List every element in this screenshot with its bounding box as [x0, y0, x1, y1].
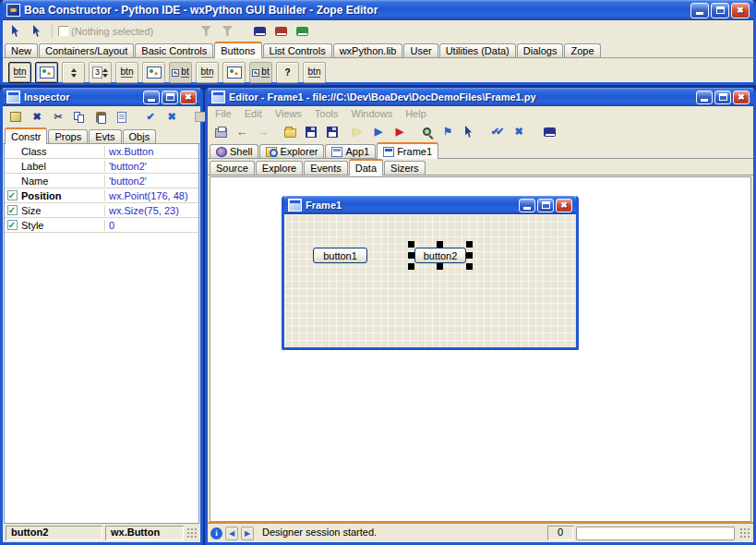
recreate-button[interactable]: [113, 108, 131, 126]
designer-grid-area[interactable]: button1 button2: [284, 214, 576, 347]
resize-grip[interactable]: [739, 527, 750, 539]
breakpoint-button[interactable]: ⚑: [438, 123, 457, 140]
selection-handle[interactable]: [466, 241, 473, 248]
prop-value[interactable]: wx.Button: [104, 146, 198, 157]
selection-handle[interactable]: [466, 263, 473, 270]
maximize-button[interactable]: [162, 91, 178, 104]
designed-button2[interactable]: button2: [414, 248, 466, 263]
selection-handle[interactable]: [408, 263, 414, 270]
prop-value[interactable]: 0: [104, 220, 198, 231]
post-view-button[interactable]: ✔✔: [488, 123, 507, 140]
minimize-button[interactable]: [519, 199, 535, 212]
prop-row-style[interactable]: ✓ Style 0: [5, 218, 198, 233]
main-titlebar[interactable]: Boa Constructor - Python IDE - wxPython …: [3, 0, 753, 20]
tab-containers-layout[interactable]: Containers/Layout: [39, 43, 134, 57]
tab-shell[interactable]: Shell: [210, 144, 258, 158]
palette-genbitmaptexttogglebutton[interactable]: bt: [249, 62, 272, 83]
close-button[interactable]: ✖: [733, 91, 750, 104]
cancel-button[interactable]: ✖: [162, 108, 181, 126]
prop-value[interactable]: 'button2': [104, 176, 198, 187]
prop-row-size[interactable]: ✓ Size wx.Size(75, 23): [5, 203, 198, 218]
palette-gentogglebutton[interactable]: btn: [196, 62, 219, 83]
select-pointer-button[interactable]: [28, 22, 46, 40]
selection-handle[interactable]: [408, 252, 414, 259]
inspect-button[interactable]: [417, 123, 436, 140]
maximize-button[interactable]: [714, 91, 731, 104]
tab-app1[interactable]: App1: [325, 144, 376, 158]
filter-button-1[interactable]: [197, 22, 215, 40]
selection-handle[interactable]: [437, 263, 443, 270]
prop-value[interactable]: wx.Point(176, 48): [104, 190, 198, 201]
minimize-button[interactable]: [143, 91, 160, 104]
menu-views[interactable]: Views: [275, 108, 302, 119]
print-button[interactable]: [211, 123, 230, 140]
palette-genbitmaptextbutton[interactable]: bt: [169, 62, 192, 83]
menu-edit[interactable]: Edit: [245, 108, 262, 119]
tab-utilities-data[interactable]: Utilities (Data): [439, 43, 516, 57]
minimize-button[interactable]: [696, 91, 713, 104]
save-as-button[interactable]: [323, 123, 342, 140]
menu-windows[interactable]: Windows: [352, 108, 393, 119]
paste-button[interactable]: [91, 108, 110, 126]
resize-grip[interactable]: [186, 527, 198, 539]
close-button[interactable]: ✖: [180, 91, 197, 104]
run-app-button[interactable]: ▶: [369, 123, 388, 140]
designer-frame-window[interactable]: Frame1 ✖ button1 button2: [282, 196, 579, 350]
menu-file[interactable]: File: [215, 108, 232, 119]
tab-objs[interactable]: Objs: [123, 129, 157, 143]
palette-wxtogglebutton[interactable]: btn: [303, 62, 326, 83]
selection-handle[interactable]: [408, 241, 414, 248]
checkbox-checked[interactable]: ✓: [7, 205, 18, 215]
tab-new[interactable]: New: [5, 43, 38, 57]
prop-row-position[interactable]: ✓ Position wx.Point(176, 48): [5, 188, 198, 203]
palette-contexthelpbutton[interactable]: ?: [276, 62, 299, 83]
palette-genbitmapbutton[interactable]: [142, 62, 165, 83]
tab-basic-controls[interactable]: Basic Controls: [135, 43, 213, 57]
maximize-button[interactable]: [537, 199, 554, 212]
prop-row-name[interactable]: Name 'button2': [5, 174, 198, 188]
filter-button-2[interactable]: [218, 22, 236, 40]
delete-item-button[interactable]: ✖: [28, 108, 46, 126]
checkbox-checked[interactable]: ✓: [7, 220, 18, 230]
help-green-button[interactable]: [293, 22, 311, 40]
tab-wxpython-lib[interactable]: wxPython.lib: [333, 43, 403, 57]
palette-genbutton[interactable]: btn: [115, 62, 138, 83]
designer-canvas[interactable]: Frame1 ✖ button1 button2: [210, 176, 751, 522]
open-button[interactable]: [281, 123, 299, 140]
designed-button1[interactable]: button1: [313, 248, 367, 263]
prop-row-label[interactable]: Label 'button2': [5, 159, 198, 174]
help-red-button[interactable]: [271, 22, 290, 40]
palette-wxspinbutton[interactable]: [62, 62, 85, 83]
tab-events[interactable]: Events: [304, 161, 348, 175]
apply-button[interactable]: ✔: [141, 108, 160, 126]
tab-source[interactable]: Source: [210, 161, 255, 175]
editor-titlebar[interactable]: Editor - Frame1 - file://C:\Dev\BoaDev\D…: [208, 88, 753, 106]
run-module-button[interactable]: ▶: [348, 123, 366, 140]
selection-handle[interactable]: [466, 252, 473, 259]
designer-titlebar[interactable]: Frame1 ✖: [284, 196, 576, 214]
tab-user[interactable]: User: [403, 43, 438, 57]
checkbox-checked[interactable]: ✓: [7, 190, 18, 200]
tab-dialogs[interactable]: Dialogs: [517, 43, 564, 57]
cut-button[interactable]: ✂: [49, 108, 67, 126]
tab-explore[interactable]: Explore: [256, 161, 303, 175]
tab-buttons[interactable]: Buttons: [214, 42, 261, 58]
tab-frame1[interactable]: Frame1: [377, 142, 438, 159]
debug-button[interactable]: ▶: [390, 123, 409, 140]
forward-button[interactable]: →: [254, 123, 272, 140]
menu-tools[interactable]: Tools: [315, 108, 339, 119]
palette-wxspinctrl[interactable]: 3: [89, 62, 112, 83]
minimize-button[interactable]: [690, 3, 709, 18]
selection-handle[interactable]: [437, 241, 443, 248]
tab-evts[interactable]: Evts: [89, 129, 121, 143]
close-button[interactable]: ✖: [556, 199, 572, 212]
palette-wxbutton[interactable]: btn: [8, 62, 31, 83]
tab-props[interactable]: Props: [48, 129, 88, 143]
prop-value[interactable]: 'button2': [104, 161, 198, 172]
designed-button2-selection[interactable]: button2: [414, 248, 466, 263]
help-button[interactable]: [540, 123, 558, 140]
palette-genbitmaptogglebutton[interactable]: [222, 62, 246, 83]
select-pointer-framed-button[interactable]: [6, 22, 25, 40]
close-view-button[interactable]: ✖: [510, 123, 528, 140]
copy-button[interactable]: [70, 108, 89, 126]
